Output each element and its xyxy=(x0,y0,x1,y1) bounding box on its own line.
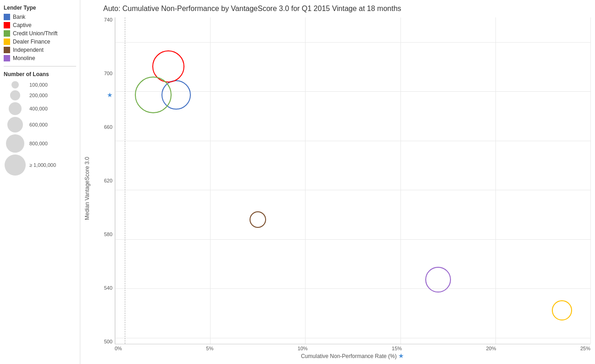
x-axis-label: Cumulative Non-Performance Rate (%) ★ xyxy=(94,352,590,359)
lender-type-title: Lender Type xyxy=(4,5,76,11)
y-tick: 740 xyxy=(104,17,112,22)
size-circle-container xyxy=(4,90,27,100)
legend-label: Independent xyxy=(13,47,44,53)
plot-area-wrapper: 740700660620580540500 ★ 0%5%10%15%20%25%… xyxy=(94,17,590,359)
legend-label: Captive xyxy=(13,22,32,28)
legend-label: Credit Union/Thrift xyxy=(13,30,57,37)
y-axis-label: Median VantageScore 3.0 xyxy=(80,17,94,359)
grid-line-vertical xyxy=(400,17,401,344)
grid-line-vertical xyxy=(115,17,116,344)
legend-label: Bank xyxy=(13,14,25,20)
bubble-credit_union xyxy=(135,77,172,113)
size-circle-container xyxy=(4,134,27,153)
grid-line-vertical xyxy=(305,17,306,344)
size-label: 100,000 xyxy=(29,82,48,88)
chart-area: Auto: Cumulative Non-Performance by Vant… xyxy=(80,0,595,364)
legend-item-dealer-finance: Dealer Finance xyxy=(4,39,76,45)
size-circle-container xyxy=(4,81,27,88)
size-legend-title: Number of Loans xyxy=(4,71,76,77)
size-item: 800,000 xyxy=(4,134,76,153)
grid-line-horizontal xyxy=(115,288,590,289)
legend-item-credit-union-thrift: Credit Union/Thrift xyxy=(4,30,76,37)
grid-line-horizontal xyxy=(115,239,590,240)
y-tick: 620 xyxy=(104,178,112,183)
x-tick: 15% xyxy=(392,346,402,351)
y-tick: 700 xyxy=(104,71,112,76)
y-tick: 500 xyxy=(104,339,112,344)
size-item: ≥ 1,000,000 xyxy=(4,154,76,176)
size-item: 100,000 xyxy=(4,81,76,88)
lender-legend: Bank Captive Credit Union/Thrift Dealer … xyxy=(4,14,76,61)
size-circle xyxy=(9,102,22,115)
legend-color xyxy=(4,47,10,53)
grid-line-vertical xyxy=(590,17,591,344)
bubble-independent xyxy=(250,211,266,228)
legend-color xyxy=(4,22,10,28)
size-item: 600,000 xyxy=(4,117,76,132)
y-tick: 540 xyxy=(104,286,112,291)
size-label: 400,000 xyxy=(29,106,48,111)
x-tick: 20% xyxy=(486,346,496,351)
sidebar: Lender Type Bank Captive Credit Union/Th… xyxy=(0,0,80,364)
size-label: 800,000 xyxy=(29,141,48,146)
size-label: ≥ 1,000,000 xyxy=(29,162,56,168)
grid-line-horizontal xyxy=(115,190,590,190)
grid-line-vertical xyxy=(210,17,211,344)
size-circle-container xyxy=(4,102,27,115)
legend-color xyxy=(4,14,10,20)
size-legend: 100,000 200,000 400,000 600,000 800,000 … xyxy=(4,81,76,176)
legend-item-bank: Bank xyxy=(4,14,76,20)
legend-color xyxy=(4,55,10,61)
grid-line-horizontal xyxy=(115,141,590,141)
grid-line-horizontal xyxy=(115,338,590,338)
y-ticks: 740700660620580540500 xyxy=(94,17,115,344)
size-circle xyxy=(6,134,24,153)
grid-line-vertical xyxy=(495,17,496,344)
plot-with-yaxis: 740700660620580540500 ★ xyxy=(94,17,590,344)
x-tick: 0% xyxy=(115,346,122,351)
bubble-monoline xyxy=(425,267,451,292)
size-circle xyxy=(11,81,19,88)
legend-color xyxy=(4,39,10,45)
axis-dashed-line xyxy=(125,17,125,344)
legend-item-captive: Captive xyxy=(4,22,76,28)
size-circle xyxy=(7,117,23,132)
y-tick: 580 xyxy=(104,232,112,237)
size-circle-container xyxy=(4,117,27,132)
size-label: 600,000 xyxy=(29,122,48,127)
y-axis-star: ★ xyxy=(107,91,113,99)
x-ticks: 0%5%10%15%20%25% xyxy=(94,344,590,351)
size-circle-container xyxy=(4,154,27,176)
x-tick: 25% xyxy=(580,346,590,351)
bubble-dealer_finance xyxy=(552,300,572,320)
plot-canvas: ★ xyxy=(115,17,590,344)
size-label: 200,000 xyxy=(29,93,48,98)
legend-item-monoline: Monoline xyxy=(4,55,76,61)
x-tick: 10% xyxy=(298,346,308,351)
legend-label: Dealer Finance xyxy=(13,39,50,45)
grid-line-horizontal xyxy=(115,42,590,43)
y-tick: 660 xyxy=(104,125,112,130)
legend-label: Monoline xyxy=(13,55,35,61)
chart-title: Auto: Cumulative Non-Performance by Vant… xyxy=(80,5,590,13)
x-tick: 5% xyxy=(206,346,213,351)
x-axis-star: ★ xyxy=(398,352,404,359)
chart-container: Median VantageScore 3.0 7407006606205805… xyxy=(80,17,590,359)
legend-color xyxy=(4,30,10,37)
size-circle xyxy=(10,90,20,100)
legend-item-independent: Independent xyxy=(4,47,76,53)
size-circle xyxy=(5,154,26,176)
size-item: 200,000 xyxy=(4,90,76,100)
size-item: 400,000 xyxy=(4,102,76,115)
